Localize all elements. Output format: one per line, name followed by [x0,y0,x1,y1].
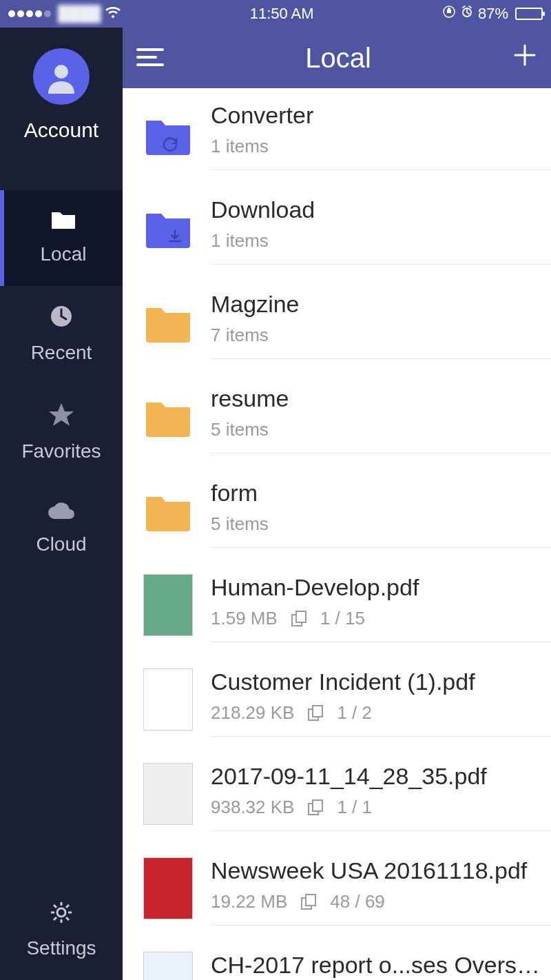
folder-name: Converter [211,102,551,129]
clock-icon [49,304,74,334]
file-pages: 1 / 1 [337,797,372,818]
folder-name: Magzine [211,291,551,318]
file-row[interactable]: Newsweek USA 20161118.pdf19.22 MB48 / 69 [123,841,551,935]
file-name: 2017-09-11_14_28_35.pdf [211,763,551,790]
topbar: Local [123,28,551,88]
svg-rect-10 [313,800,322,811]
alarm-icon [460,5,474,23]
page-title: Local [164,43,512,74]
gear-icon [50,901,73,929]
add-button[interactable] [512,43,537,74]
svg-rect-6 [296,611,306,622]
carrier-label: ████ [58,5,101,23]
wifi-icon [105,5,121,23]
sidebar-item-recent[interactable]: Recent [0,286,123,385]
folder-icon [143,301,193,343]
pages-icon [300,893,318,911]
pages-icon [306,704,324,722]
folder-name: form [211,480,551,507]
file-pages: 1 / 2 [337,702,372,724]
folder-row[interactable]: Download1 items [123,180,551,274]
main-panel: Local Converter1 itemsDownload1 itemsMag… [123,28,551,980]
file-size: 218.29 KB [211,702,294,724]
status-time: 11:50 AM [121,5,442,23]
folder-icon [50,208,76,235]
file-row[interactable]: Human-Develop.pdf1.59 MB1 / 15 [123,558,551,652]
sidebar-item-label: Favorites [21,440,101,462]
file-size: 938.32 KB [211,797,294,818]
battery-percent: 87% [478,5,508,23]
sidebar-item-label: Local [41,243,87,265]
account-label[interactable]: Account [24,119,98,142]
file-name: Human-Develop.pdf [211,574,551,601]
sidebar-item-label: Recent [31,342,92,364]
file-thumbnail [143,763,193,825]
file-name: Customer Incident (1).pdf [211,668,551,695]
folder-icon [143,207,193,248]
folder-row[interactable]: Magzine7 items [123,274,551,369]
sidebar-item-favorites[interactable]: Favorites [0,385,123,483]
folder-icon [143,114,193,155]
svg-point-4 [57,908,65,917]
sidebar-item-local[interactable]: Local [0,190,123,286]
folder-meta: 7 items [211,325,269,346]
folder-meta: 5 items [211,419,269,440]
folder-name: resume [211,385,551,412]
folder-row[interactable]: resume5 items [123,369,551,463]
orientation-lock-icon [442,5,456,23]
svg-point-2 [54,65,68,79]
file-name: CH-2017 report o...ses Overseas [211,952,551,979]
pages-icon [306,799,324,817]
file-row[interactable]: 2017-09-11_14_28_35.pdf938.32 KB1 / 1 [123,746,551,841]
folder-meta: 5 items [211,513,269,535]
folder-meta: 1 items [211,136,269,157]
svg-rect-8 [313,706,322,717]
sidebar-item-label: Cloud [36,533,86,555]
folder-icon [143,490,193,531]
sidebar-item-cloud[interactable]: Cloud [0,483,123,576]
menu-icon[interactable] [136,43,164,74]
folder-name: Download [211,196,551,223]
account-avatar[interactable] [33,48,90,105]
folder-row[interactable]: Converter1 items [123,88,551,180]
sidebar: Account Local Recent Favorites [0,28,123,980]
sidebar-item-label: Settings [26,937,96,959]
file-thumbnail [143,668,193,731]
battery-icon [515,8,543,20]
file-pages: 1 / 15 [320,608,365,629]
cloud-icon [47,501,76,525]
file-size: 1.59 MB [211,608,278,629]
pages-icon [290,610,308,628]
folder-meta: 1 items [211,230,269,252]
folder-icon [143,396,193,437]
folder-row[interactable]: form5 items [123,463,551,558]
file-pages: 48 / 69 [330,891,385,912]
file-thumbnail [143,952,193,981]
file-row[interactable]: Customer Incident (1).pdf218.29 KB1 / 2 [123,652,551,746]
status-bar: ████ 11:50 AM 87% [0,0,551,28]
file-list[interactable]: Converter1 itemsDownload1 itemsMagzine7 … [123,88,551,980]
star-icon [48,402,74,432]
signal-strength-icon [8,10,51,17]
sidebar-item-settings[interactable]: Settings [0,883,123,980]
file-thumbnail [143,574,193,636]
file-name: Newsweek USA 20161118.pdf [211,857,551,884]
svg-rect-12 [306,895,315,906]
file-row[interactable]: CH-2017 report o...ses Overseas5.65 MB5 … [123,935,551,980]
file-size: 19.22 MB [211,891,287,912]
file-thumbnail [143,857,193,919]
